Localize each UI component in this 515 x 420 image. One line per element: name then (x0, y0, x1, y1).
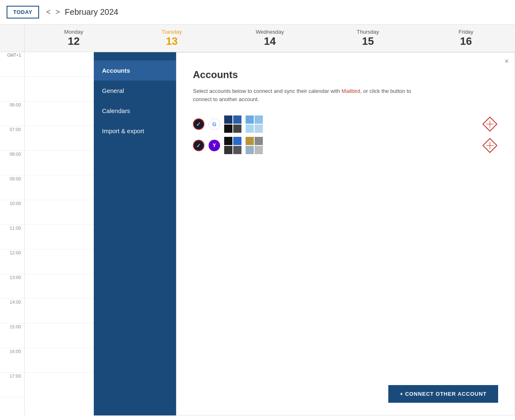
close-button[interactable]: × (504, 58, 509, 65)
account-row-yahoo: ✓ Y (193, 137, 498, 154)
google-provider-icon: G (209, 118, 220, 130)
days-header: Monday 12 Tuesday 13 Wednesday 14 Thursd… (0, 25, 515, 52)
color-swatch[interactable] (224, 137, 232, 145)
sidebar-item-accounts[interactable]: Accounts (94, 60, 176, 81)
sidebar-item-calendars[interactable]: Calendars (94, 101, 176, 121)
sidebar-item-general[interactable]: General (94, 81, 176, 101)
day-header-friday: Friday 16 (417, 25, 515, 52)
swatch-group-yahoo-1 (224, 137, 241, 154)
check-icon: ✓ (196, 142, 201, 149)
diamond-icon-google[interactable] (482, 116, 498, 132)
color-swatch[interactable] (255, 137, 263, 145)
color-swatch[interactable] (255, 115, 263, 124)
modal-container: Accounts General Calendars Import & expo… (94, 52, 515, 415)
day-header-monday: Monday 12 (25, 25, 123, 52)
accounts-list: ✓ G (193, 115, 498, 154)
panel-description: Select accounts below to connect and syn… (193, 87, 423, 103)
mailbird-highlight: Mailbird (341, 88, 360, 94)
color-swatch[interactable] (224, 146, 232, 154)
panel-body: Accounts Select accounts below to connec… (176, 53, 515, 377)
day-header-wednesday: Wednesday 14 (221, 25, 319, 52)
color-swatch[interactable] (233, 115, 241, 124)
accounts-panel: × Accounts Select accounts below to conn… (176, 52, 515, 415)
day-header-tuesday: Tuesday 13 (123, 25, 220, 52)
color-swatch[interactable] (224, 115, 232, 124)
color-swatch[interactable] (246, 115, 254, 124)
color-swatch[interactable] (224, 125, 232, 133)
panel-footer: + CONNECT OTHER ACCOUNT (176, 377, 515, 415)
check-icon: ✓ (196, 121, 201, 127)
yahoo-provider-icon: Y (209, 140, 220, 151)
prev-button[interactable]: < (44, 8, 53, 16)
today-button[interactable]: TODAY (7, 6, 39, 18)
panel-title: Accounts (193, 69, 498, 81)
connect-other-account-button[interactable]: + CONNECT OTHER ACCOUNT (388, 385, 498, 403)
settings-sidebar: Accounts General Calendars Import & expo… (94, 52, 176, 415)
account-row-google: ✓ G (193, 115, 498, 133)
color-swatch[interactable] (246, 137, 254, 145)
month-title: February 2024 (65, 7, 118, 17)
swatch-group-google-1 (224, 115, 241, 133)
color-swatch[interactable] (255, 125, 263, 133)
modal-overlay: Accounts General Calendars Import & expo… (0, 52, 515, 415)
color-swatch[interactable] (246, 146, 254, 154)
calendar-header: TODAY < > February 2024 (0, 0, 515, 25)
diamond-icon-yahoo[interactable] (482, 137, 498, 154)
day-header-thursday: Thursday 15 (319, 25, 417, 52)
swatch-group-google-2 (246, 115, 263, 133)
account-checkbox-google[interactable]: ✓ (193, 118, 204, 130)
color-swatch[interactable] (246, 125, 254, 133)
color-swatch[interactable] (233, 125, 241, 133)
color-swatch[interactable] (233, 146, 241, 154)
color-swatch[interactable] (255, 146, 263, 154)
color-swatch[interactable] (233, 137, 241, 145)
account-checkbox-yahoo[interactable]: ✓ (193, 140, 204, 151)
swatch-group-yahoo-2 (246, 137, 263, 154)
next-button[interactable]: > (53, 8, 63, 16)
sidebar-item-import-export[interactable]: Import & export (94, 121, 176, 141)
